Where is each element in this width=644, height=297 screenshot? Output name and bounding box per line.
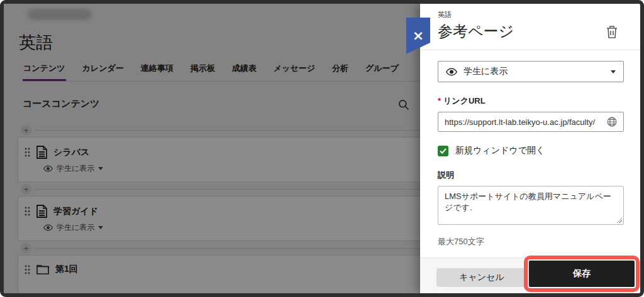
app-window: 英語 コンテンツ カレンダー 連絡事項 掲示板 成績表 メッセージ 分析 グルー… xyxy=(0,0,644,297)
panel-course-context: 英語 xyxy=(438,10,625,19)
panel-body: 学生に表示 * リンクURL https://support.lt-lab.te… xyxy=(420,50,640,247)
description-value: LMSサポートサイトの教員用マニュアルページです. xyxy=(445,192,611,212)
link-url-input[interactable]: https://support.lt-lab.teikyo-u.ac.jp/fa… xyxy=(438,112,624,132)
panel-title: 参考ページ xyxy=(438,21,625,41)
panel-footer: キャンセル 保存 xyxy=(420,257,640,293)
chevron-down-icon xyxy=(611,70,616,73)
eye-icon xyxy=(446,68,457,76)
description-label: 説明 xyxy=(438,170,624,181)
open-new-window-checkbox[interactable]: 新規ウィンドウで開く xyxy=(438,145,624,156)
save-button[interactable]: 保存 xyxy=(529,261,635,287)
resize-handle[interactable] xyxy=(616,217,622,223)
link-url-value: https://support.lt-lab.teikyo-u.ac.jp/fa… xyxy=(445,117,607,127)
trash-icon[interactable] xyxy=(606,25,620,39)
course-page: 英語 コンテンツ カレンダー 連絡事項 掲示板 成績表 メッセージ 分析 グルー… xyxy=(4,4,420,293)
modal-dim-overlay xyxy=(4,4,420,293)
cancel-button[interactable]: キャンセル xyxy=(436,268,527,287)
required-marker: * xyxy=(438,96,441,105)
globe-icon xyxy=(607,117,617,127)
panel-header: 英語 参考ページ xyxy=(420,4,640,50)
description-textarea[interactable]: LMSサポートサイトの教員用マニュアルページです. xyxy=(438,186,624,225)
edit-link-panel: × 英語 参考ページ 学生に表示 xyxy=(420,4,640,293)
highlight-annotation: 保存 xyxy=(524,256,640,292)
visibility-select[interactable]: 学生に表示 xyxy=(438,61,624,82)
checkbox-checked-icon xyxy=(438,146,448,156)
visibility-select-value: 学生に表示 xyxy=(464,66,508,77)
max-chars-note: 最大750文字 xyxy=(438,236,624,247)
open-new-window-label: 新規ウィンドウで開く xyxy=(455,145,545,156)
link-url-label: * リンクURL xyxy=(438,95,624,107)
